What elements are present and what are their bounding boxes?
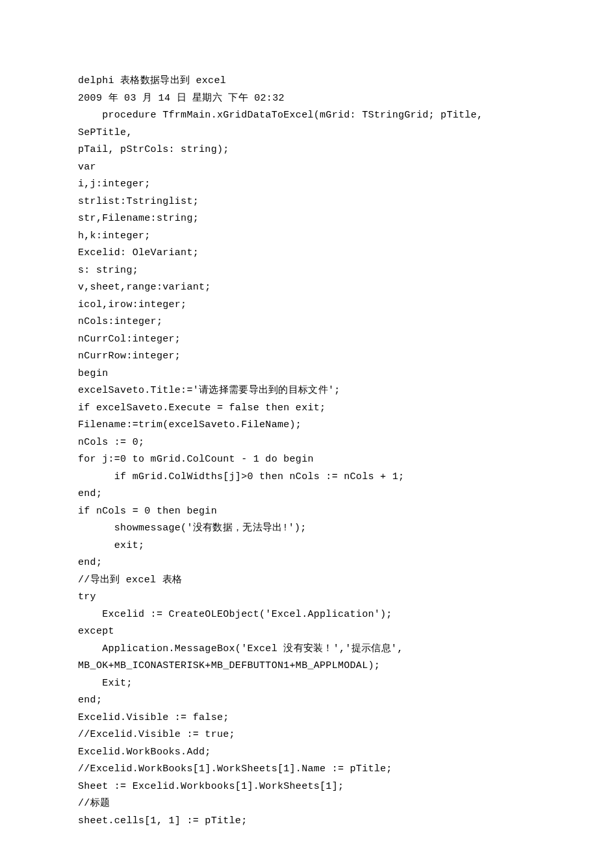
code-line: i,j:integer;: [78, 176, 536, 193]
code-line: try: [78, 589, 536, 606]
code-line: Sheet := Excelid.Workbooks[1].WorkSheets…: [78, 778, 536, 796]
code-line: nCols := 0;: [78, 434, 536, 452]
code-line: pTail, pStrCols: string);: [78, 142, 536, 159]
code-line: procedure TfrmMain.xGridDataToExcel(mGri…: [78, 107, 536, 125]
code-line: //标题: [78, 795, 536, 813]
code-line: Application.MessageBox('Excel 没有安装！','提示…: [78, 641, 536, 658]
code-line: nCurrCol:integer;: [78, 331, 536, 349]
code-line: //Excelid.Visible := true;: [78, 726, 536, 744]
document-page: delphi 表格数据导出到 excel 2009 年 03 月 14 日 星期…: [0, 0, 614, 868]
code-line: if excelSaveto.Execute = false then exit…: [78, 400, 536, 417]
code-line: Excelid.WorkBooks.Add;: [78, 744, 536, 762]
code-line: var: [78, 159, 536, 177]
code-line: sheet.cells[1, 1] := pTitle;: [78, 813, 536, 830]
code-line: if mGrid.ColWidths[j]>0 then nCols := nC…: [78, 469, 536, 486]
code-line: s: string;: [78, 262, 536, 280]
code-line: v,sheet,range:variant;: [78, 279, 536, 297]
date-line: 2009 年 03 月 14 日 星期六 下午 02:32: [78, 90, 536, 108]
code-line: //Excelid.WorkBooks[1].WorkSheets[1].Nam…: [78, 761, 536, 778]
code-block: procedure TfrmMain.xGridDataToExcel(mGri…: [78, 107, 536, 830]
code-line: nCols:integer;: [78, 314, 536, 331]
code-line: str,Filename:string;: [78, 210, 536, 228]
code-line: Excelid.Visible := false;: [78, 710, 536, 727]
code-line: SePTitle,: [78, 125, 536, 142]
code-line: //导出到 excel 表格: [78, 572, 536, 589]
code-line: except: [78, 623, 536, 641]
title-line: delphi 表格数据导出到 excel: [78, 73, 536, 90]
code-line: Filename:=trim(excelSaveto.FileName);: [78, 417, 536, 434]
code-line: strlist:Tstringlist;: [78, 193, 536, 211]
code-line: exit;: [78, 538, 536, 555]
code-line: end;: [78, 554, 536, 572]
code-line: showmessage('没有数据，无法导出!');: [78, 520, 536, 538]
code-line: if nCols = 0 then begin: [78, 503, 536, 521]
code-line: end;: [78, 486, 536, 503]
code-line: h,k:integer;: [78, 228, 536, 245]
code-line: Excelid := CreateOLEObject('Excel.Applic…: [78, 606, 536, 624]
code-line: nCurrRow:integer;: [78, 348, 536, 366]
code-line: excelSaveto.Title:='请选择需要导出到的目标文件';: [78, 382, 536, 400]
code-line: Exit;: [78, 675, 536, 693]
code-line: Excelid: OleVariant;: [78, 245, 536, 262]
code-line: for j:=0 to mGrid.ColCount - 1 do begin: [78, 451, 536, 469]
code-line: end;: [78, 692, 536, 710]
code-line: icol,irow:integer;: [78, 297, 536, 314]
code-line: begin: [78, 366, 536, 383]
code-line: MB_OK+MB_ICONASTERISK+MB_DEFBUTTON1+MB_A…: [78, 658, 536, 675]
